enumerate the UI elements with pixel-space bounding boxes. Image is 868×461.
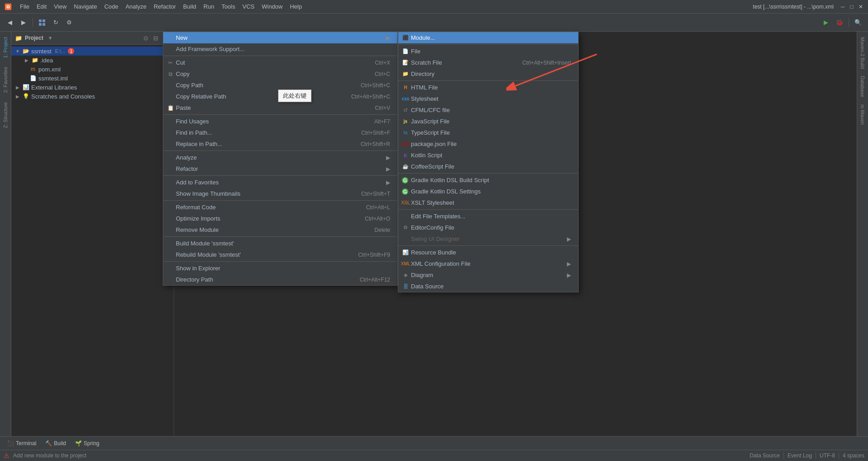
submenu-scratch-item[interactable]: 📝 Scratch File Ctrl+Alt+Shift+Insert [398,57,578,68]
warning-status[interactable]: ⚠ [4,452,9,459]
submenu-css-item[interactable]: css Stylesheet [398,93,578,104]
menu-window[interactable]: Window [258,0,286,13]
event-log-button[interactable]: Event Log [788,452,812,459]
ctx-refactor-arrow: ▶ [386,166,390,172]
submenu-directory-item[interactable]: 📁 Directory [398,68,578,80]
ctx-add-favorites-item[interactable]: Add to Favorites ▶ [163,177,397,188]
menu-run[interactable]: Run [200,0,218,13]
menu-edit[interactable]: Edit [33,0,50,13]
ctx-rebuild-shortcut: Ctrl+Shift+F9 [358,252,390,258]
right-tab-maven-build[interactable]: Maven-2 Build [858,33,867,72]
menu-vcs[interactable]: VCS [239,0,258,13]
sidebar-tab-structure[interactable]: Z: Structure [1,99,10,132]
sidebar-tab-project[interactable]: 1: Project [1,33,10,61]
menu-tools[interactable]: Tools [218,0,239,13]
ctx-find-usages-item[interactable]: Find Usages Alt+F7 [163,116,397,127]
tree-root-item[interactable]: ▼ 📂 ssmtest E:\... 1 [11,47,174,56]
menu-navigate[interactable]: Navigate [70,0,100,13]
menu-bar: File Edit View Navigate Code Analyze Ref… [0,0,868,14]
menu-help[interactable]: Help [286,0,306,13]
submenu-ts-item[interactable]: ts TypeScript File [398,127,578,138]
ctx-paste-item[interactable]: 📋 Paste Ctrl+V [163,102,397,113]
submenu-html-item[interactable]: H HTML File [398,82,578,93]
submenu-gradle-build-item[interactable]: G Gradle Kotlin DSL Build Script [398,174,578,186]
submenu-cfml-label: CFML/CFC file [411,107,571,113]
submenu-gradle-settings-item[interactable]: G Gradle Kotlin DSL Settings [398,186,578,197]
right-tab-database[interactable]: Database [858,72,867,101]
ctx-directory-path-item[interactable]: Directory Path Ctrl+Alt+F12 [163,274,397,285]
submenu-xslt-item[interactable]: XSL XSLT Stylesheet [398,197,578,208]
ctx-new-item[interactable]: New ▶ [163,32,397,43]
diagram-arrow: ▶ [567,272,571,278]
tree-idea-item[interactable]: ▶ 📁 .idea [11,56,174,65]
submenu-file-item[interactable]: 📄 File [398,46,578,57]
build-button[interactable]: 🔨 Build [42,439,70,447]
submenu-xml-config-item[interactable]: XML XML Configuration File ▶ [398,258,578,269]
submenu-js-item[interactable]: js JavaScript File [398,116,578,127]
ctx-analyze-item[interactable]: Analyze ▶ [163,152,397,163]
right-tab-maven[interactable]: m Maven [858,101,867,128]
menu-view[interactable]: View [50,0,70,13]
submenu-module-item[interactable]: ⬛ Module... [398,32,578,43]
tree-iml-item[interactable]: 📄 ssmtest.iml [11,74,174,83]
resource-bundle-icon: 📊 [402,249,409,256]
submenu-kotlin-item[interactable]: K Kotlin Script [398,150,578,161]
indent-value: 4 spaces [843,452,864,459]
ctx-refactor-item[interactable]: Refactor ▶ [163,163,397,174]
menu-analyze[interactable]: Analyze [122,0,150,13]
encoding-status[interactable]: UTF-8 [820,452,835,459]
submenu-datasource-item[interactable]: 🗄 Data Source [398,281,578,292]
tree-pom-item[interactable]: m pom.xml [11,65,174,74]
ctx-reformat-item[interactable]: Reformat Code Ctrl+Alt+L [163,202,397,213]
submenu-edit-templates-item[interactable]: Edit File Templates... [398,211,578,222]
ctx-add-framework-item[interactable]: Add Framework Support... [163,43,397,55]
add-module-status[interactable]: Add new module to the project [13,452,86,459]
ctx-directory-path-label: Directory Path [176,276,356,283]
debug-button[interactable]: 🐞 [833,16,846,29]
close-button[interactable]: ✕ [857,3,864,10]
menu-file[interactable]: File [16,0,33,13]
ctx-build-module-item[interactable]: Build Module 'ssmtest' [163,238,397,249]
maximize-button[interactable]: □ [848,3,855,10]
panel-dropdown-arrow[interactable]: ▼ [48,35,53,41]
ctx-add-favorites-label: Add to Favorites [176,179,381,186]
indent-status[interactable]: 4 spaces [843,452,864,459]
spring-button[interactable]: 🌱 Spring [71,439,103,447]
submenu-editorconfig-item[interactable]: ⚙ EditorConfig File [398,222,578,233]
data-source-status[interactable]: Data Source [750,452,780,459]
ctx-replace-in-path-item[interactable]: Replace in Path... Ctrl+Shift+R [163,138,397,150]
ctx-cut-item[interactable]: ✂ Cut Ctrl+X [163,57,397,68]
minimize-button[interactable]: ─ [839,3,846,10]
menu-build[interactable]: Build [179,0,200,13]
sync-button[interactable]: ↻ [49,16,62,29]
sidebar-tab-favorites[interactable]: 2: Favorites [1,63,10,96]
run-button[interactable]: ▶ [820,16,832,29]
idea-folder-icon: 📁 [31,56,38,64]
terminal-button[interactable]: ⬛ Terminal [4,439,40,447]
submenu-diagram-item[interactable]: ◈ Diagram ▶ [398,269,578,281]
menu-code[interactable]: Code [101,0,122,13]
back-button[interactable]: ◀ [4,16,16,29]
menu-refactor[interactable]: Refactor [150,0,179,13]
tree-scratches-item[interactable]: ▶ 💡 Scratches and Consoles [11,92,174,101]
project-view-button[interactable] [36,16,48,29]
submenu-cfml-item[interactable]: cf CFML/CFC file [398,104,578,116]
ctx-optimize-imports-item[interactable]: Optimize Imports Ctrl+Alt+O [163,213,397,224]
ctx-show-explorer-item[interactable]: Show in Explorer [163,263,397,274]
submenu-resource-bundle-item[interactable]: 📊 Resource Bundle [398,247,578,258]
forward-button[interactable]: ▶ [17,16,30,29]
scroll-to-source-button[interactable]: ⊙ [141,33,150,42]
submenu-coffee-item[interactable]: ☕ CoffeeScript File [398,161,578,172]
ctx-rebuild-module-item[interactable]: Rebuild Module 'ssmtest' Ctrl+Shift+F9 [163,249,397,260]
submenu-swing-item[interactable]: Swing UI Designer ▶ [398,233,578,245]
settings-button[interactable]: ⚙ [63,16,75,29]
collapse-all-button[interactable]: ⊟ [151,33,160,42]
ctx-find-in-path-item[interactable]: Find in Path... Ctrl+Shift+F [163,127,397,138]
submenu-packagejson-item[interactable]: npm package.json File [398,138,578,150]
tree-external-libs-item[interactable]: ▶ 📊 External Libraries [11,83,174,92]
ctx-remove-module-item[interactable]: Remove Module Delete [163,224,397,235]
ctx-copy-item[interactable]: ⧉ Copy Ctrl+C [163,68,397,80]
search-everywhere-button[interactable]: 🔍 [852,16,864,29]
ctx-directory-shortcut: Ctrl+Alt+F12 [360,277,390,283]
ctx-show-thumbnails-item[interactable]: Show Image Thumbnails Ctrl+Shift+T [163,188,397,199]
